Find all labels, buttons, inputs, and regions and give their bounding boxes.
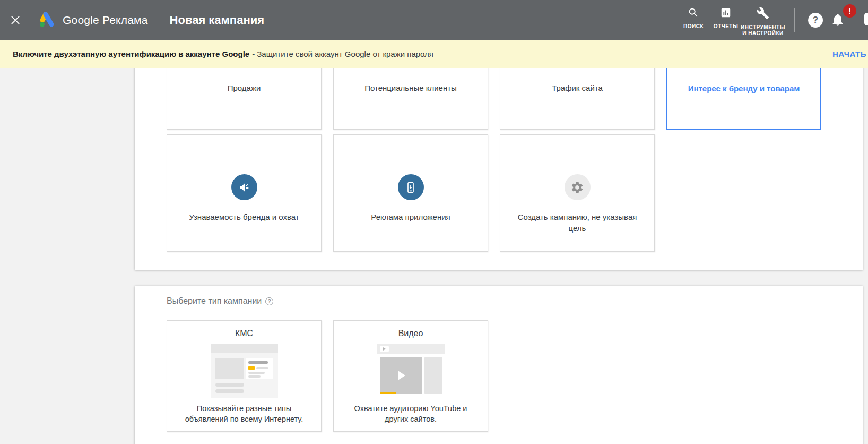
type-title: Видео <box>334 329 488 338</box>
type-description: Показывайте разные типы объявлений по вс… <box>167 403 321 424</box>
bar-chart-icon <box>720 7 732 21</box>
main-content: Продажи Потенциальные клиенты Трафик сай… <box>0 68 868 444</box>
type-card-display[interactable]: КМС Показывайте разные типы объявлений п… <box>167 320 322 432</box>
goal-card-brand-interest-selected[interactable]: Интерес к бренду и товарам <box>666 68 821 130</box>
goal-label: Узнаваемость бренда и охват <box>167 211 321 223</box>
help-circle-icon[interactable]: ? <box>265 297 273 305</box>
two-factor-banner: Включите двухэтапную аутентификацию в ак… <box>0 40 868 68</box>
goal-label: Потенциальные клиенты <box>334 83 488 92</box>
brand-name: Google Реклама <box>63 14 148 27</box>
video-player-illustration <box>377 344 445 398</box>
banner-start-link[interactable]: НАЧАТЬ <box>832 49 866 58</box>
help-icon[interactable]: ? <box>808 13 823 28</box>
campaign-type-heading: Выберите тип кампании ? <box>167 296 273 306</box>
type-title: КМС <box>167 329 321 338</box>
bell-icon <box>830 20 845 29</box>
header-left: Google Реклама Новая кампания <box>0 10 264 30</box>
goal-label: Трафик сайта <box>500 83 654 92</box>
goal-label: Интерес к бренду и товарам <box>667 84 820 93</box>
display-ad-illustration <box>211 344 278 398</box>
goal-card-no-goal[interactable]: Создать кампанию, не указывая цель <box>500 134 655 252</box>
type-card-video[interactable]: Видео Охватите аудиторию YouTube и други… <box>333 320 488 432</box>
nav-tools[interactable]: ИНСТРУМЕНТЫ И НАСТРОЙКИ <box>734 7 792 36</box>
app-header: Google Реклама Новая кампания ПОИСК ОТЧЕ… <box>0 0 868 40</box>
banner-text: - Защитите свой аккаунт Google от кражи … <box>252 49 433 58</box>
nav-tools-label: ИНСТРУМЕНТЫ И НАСТРОЙКИ <box>741 24 785 36</box>
header-divider <box>159 10 159 30</box>
goal-card-sales[interactable]: Продажи <box>167 68 322 130</box>
nav-search[interactable]: ПОИСК <box>678 7 709 29</box>
goal-label: Создать кампанию, не указывая цель <box>500 211 654 234</box>
alert-badge: ! <box>843 4 856 18</box>
goal-label: Реклама приложения <box>334 211 488 223</box>
google-ads-logo-icon <box>37 10 56 30</box>
goal-card-app-promotion[interactable]: Реклама приложения <box>333 134 488 252</box>
goal-card-website-traffic[interactable]: Трафик сайта <box>500 68 655 130</box>
goal-label: Продажи <box>167 83 321 92</box>
partial-account-icon[interactable] <box>864 13 868 25</box>
wrench-icon <box>757 7 769 22</box>
speaker-icon <box>231 174 257 200</box>
gear-icon <box>565 174 591 200</box>
page-title: Новая кампания <box>170 13 264 27</box>
phone-download-icon <box>398 174 424 200</box>
search-icon <box>688 7 699 21</box>
type-description: Охватите аудиторию YouTube и других сайт… <box>334 403 488 424</box>
banner-bold-text: Включите двухэтапную аутентификацию в ак… <box>13 49 249 58</box>
close-icon[interactable] <box>7 12 23 28</box>
goal-card-brand-awareness[interactable]: Узнаваемость бренда и охват <box>167 134 322 252</box>
goals-panel: Продажи Потенциальные клиенты Трафик сай… <box>135 68 863 270</box>
nav-divider <box>794 8 795 32</box>
nav-search-label: ПОИСК <box>683 23 704 29</box>
campaign-type-panel: Выберите тип кампании ? КМС Показывайте … <box>135 286 863 444</box>
goal-card-leads[interactable]: Потенциальные клиенты <box>333 68 488 130</box>
